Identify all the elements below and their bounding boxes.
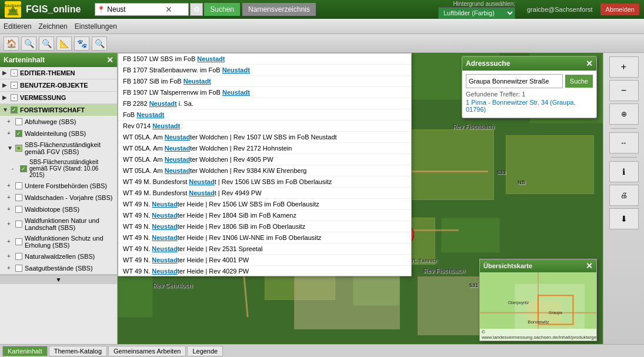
sidebar-item-sbs-flachen[interactable]: ▼ ≈ SBS-Flächenzuständigkeit gemäß FGV (… <box>0 139 117 157</box>
background-dropdown[interactable]: Luftbilder (Farbig) <box>438 7 515 19</box>
addr-search-button[interactable]: Suche <box>565 75 593 88</box>
sidebar-item-benutzer-objekte[interactable]: ▶ - Benutzer-Objekte <box>0 79 117 91</box>
sidebar-item-saatgut[interactable]: + Saatgutbestände (SBS) <box>0 262 117 274</box>
sidebar-item-waldschaden[interactable]: + Waldschaden - Vorjahre (SBS) <box>0 192 117 203</box>
dropdown-item[interactable]: WT 49 N. Neustadter Heide | Rev 4001 PW <box>118 255 411 266</box>
sidebar-item-waldfunk-natur[interactable]: + Waldfunktionen Natur und Landschaft (S… <box>0 215 117 233</box>
pan-button[interactable]: ↔ <box>609 132 639 154</box>
tab-legende[interactable]: Legende <box>187 346 223 356</box>
checkbox[interactable] <box>15 194 22 201</box>
dropdown-item[interactable]: FB 1807 SiB im FoB Neustadt <box>118 76 411 87</box>
expand-icon: + <box>7 206 14 213</box>
download-button[interactable]: ⬇ <box>609 208 639 229</box>
dropdown-item[interactable]: WT 49 N. Neustadter Heide | Rev 1806 SiB… <box>118 221 411 232</box>
map-area[interactable]: FoB Neustadt Rev Fischbach Rev Fischbach… <box>118 53 644 344</box>
overview-map-content: Bonnewitz Graupa Oberpoyritz © www.lande… <box>480 272 596 341</box>
sidebar-title: Karteninhalt <box>4 56 45 64</box>
sidebar-item-naturalwaldzellen[interactable]: + Naturalwaldzellen (SBS) <box>0 251 117 262</box>
namensverzeichnis-button[interactable]: Namensverzeichnis <box>242 3 316 16</box>
app-title: FGIS_online <box>26 4 81 15</box>
app-logo: Sachsen forst <box>5 1 21 18</box>
search-config-button[interactable]: ⚙ <box>190 3 203 16</box>
zoom-full-button[interactable]: ⊕ <box>609 104 639 125</box>
checkbox[interactable]: ✓ <box>15 130 22 137</box>
dropdown-item[interactable]: WT 49 N. Neustadter Heide | Rev 2531 Spr… <box>118 243 411 255</box>
checkbox[interactable]: ≈ <box>15 145 22 152</box>
sidebar-item-editier-themen[interactable]: ▶ - Editier-Themen <box>0 67 117 79</box>
sidebar-label: Naturalwaldzellen (SBS) <box>25 253 95 260</box>
dropdown-item[interactable]: WT 49 M. Bundesforst Neustadt | Rev 1506… <box>118 176 411 188</box>
search-button[interactable]: Suchen <box>204 3 240 16</box>
home-button[interactable]: 🏠 <box>4 36 19 51</box>
sidebar-label: Waldfunktionen Natur und Landschaft (SBS… <box>25 217 115 231</box>
sidebar-item-vermessung[interactable]: ▶ - Vermessung <box>0 92 117 104</box>
measure-button[interactable]: 📐 <box>56 36 72 51</box>
overview-map-close[interactable]: ✕ <box>586 261 593 271</box>
dropdown-item[interactable]: FoB Neustadt <box>118 109 411 121</box>
dropdown-item[interactable]: FB 1507 LW SBS im FoB Neustadt <box>118 54 411 65</box>
checkbox[interactable] <box>15 221 22 228</box>
overview-attribution: © www.landesvermessung.sachsen.de/inhalt… <box>480 329 596 341</box>
search-clear-icon[interactable]: ✕ <box>165 5 172 14</box>
search-input[interactable] <box>95 3 189 16</box>
dropdown-item[interactable]: WT 05LA. Am Neustadter Woldchen | Rev 21… <box>118 143 411 154</box>
tab-karteninhalt[interactable]: Karteninhalt <box>2 346 48 356</box>
tab-gemeinsames[interactable]: Gemeinsames Arbeiten <box>108 346 186 356</box>
info-rt-button[interactable]: ℹ <box>609 161 639 182</box>
sidebar-item-waldbiotope[interactable]: + Waldbiotope (SBS) <box>0 203 117 215</box>
zoom-out-rt-button[interactable]: − <box>609 80 639 101</box>
print-button[interactable]: 🖨 <box>609 185 639 206</box>
toolbar: Editieren Zeichnen Einstellungen <box>0 19 644 34</box>
dropdown-item[interactable]: WT 49 N. Neustadter Heide | Rev 1N06 LW-… <box>118 232 411 243</box>
checkbox[interactable] <box>15 265 22 272</box>
toolbar-editieren[interactable]: Editieren <box>4 22 31 31</box>
dropdown-item[interactable]: WT 05LA. Am Neustadter Woldchen | Rev 93… <box>118 165 411 176</box>
sidebar-item-waldeinteilung[interactable]: + ✓ Waldeinteilung (SBS) <box>0 128 117 139</box>
sidebar-item-sbs-sub[interactable]: - ✓ SBS-Flächenzuständigkeit gemäß FGV (… <box>0 157 117 180</box>
checkbox[interactable]: - <box>11 69 18 76</box>
sidebar-item-forstwirtschaft[interactable]: ▼ ✓ Forstwirtschaft <box>0 104 117 116</box>
rt-divider2 <box>611 157 637 158</box>
addr-search-input[interactable] <box>466 74 563 88</box>
zoom-in-rt-button[interactable]: + <box>609 56 639 78</box>
addr-search-close[interactable]: ✕ <box>586 59 593 68</box>
tab-themen-katalog[interactable]: Themen-Katalog <box>49 346 107 356</box>
checkbox[interactable]: ✓ <box>11 106 18 114</box>
dropdown-item[interactable]: WT 05LA. Am Neustadter Woldchen | Rev 49… <box>118 154 411 165</box>
sidebar-label: Waldbiotope (SBS) <box>25 206 79 213</box>
dropdown-item[interactable]: WT 49 N. Neustadter Heide | Rev 1506 LW … <box>118 199 411 210</box>
dropdown-item[interactable]: WT 05LA. Am Neustadter Woldchen | Rev 15… <box>118 132 411 143</box>
addr-search-header: Adresssuche ✕ <box>462 56 596 71</box>
sidebar-close-button[interactable]: ✕ <box>106 55 114 65</box>
addr-result-item[interactable]: 1 Pirna - Bonnewitzer Str. 34 (Graupa, 0… <box>466 98 593 114</box>
sidebar-item-untere-forst[interactable]: + Untere Forstbehörden (SBS) <box>0 180 117 192</box>
zoom-in-icon: + <box>621 62 626 72</box>
sidebar-item-waldfunk-schutz[interactable]: + Waldfunktionen Schutz und Erholung (SB… <box>0 233 117 251</box>
dropdown-item[interactable]: FB 1707 Straßenbauverw. im FoB Neustadt <box>118 65 411 76</box>
checkbox[interactable] <box>15 206 22 213</box>
checkbox[interactable] <box>15 182 22 189</box>
checkbox[interactable]: ✓ <box>20 165 27 172</box>
checkbox[interactable]: - <box>11 94 18 101</box>
checkbox[interactable] <box>15 118 22 125</box>
dropdown-item[interactable]: FB 2282 Neustadt i. Sa. <box>118 98 411 109</box>
select-button[interactable]: 🐾 <box>74 36 89 51</box>
checkbox[interactable] <box>15 238 22 245</box>
checkbox[interactable] <box>15 253 22 260</box>
zoom-out-button[interactable]: 🔍 <box>39 36 54 51</box>
toolbar-zeichnen[interactable]: Zeichnen <box>38 22 67 31</box>
toolbar-einstellungen[interactable]: Einstellungen <box>75 22 117 31</box>
checkbox[interactable]: - <box>11 82 18 89</box>
expand-icon: + <box>7 253 14 260</box>
addr-search-title: Adresssuche <box>466 59 510 68</box>
logout-button[interactable]: Abmelden <box>600 4 639 15</box>
info-button[interactable]: 🔍 <box>92 36 107 51</box>
dropdown-item[interactable]: Rev 0714 Neustadt <box>118 121 411 132</box>
sidebar-scroll-down[interactable]: ▼ <box>0 275 117 284</box>
sidebar-item-abfuhwege[interactable]: + Abfuhwege (SBS) <box>0 116 117 128</box>
dropdown-item[interactable]: FB 1907 LW Talsperrenvw im FoB Neustadt <box>118 87 411 98</box>
dropdown-item[interactable]: WT 49 N. Neustadter Heide | Rev 4029 PW <box>118 266 411 276</box>
zoom-in-button[interactable]: 🔍 <box>21 36 36 51</box>
dropdown-item[interactable]: WT 49 M. Bundesforst Neustadt | Rev 4949… <box>118 188 411 199</box>
dropdown-item[interactable]: WT 49 N. Neustadter Heide | Rev 1804 SiB… <box>118 210 411 221</box>
